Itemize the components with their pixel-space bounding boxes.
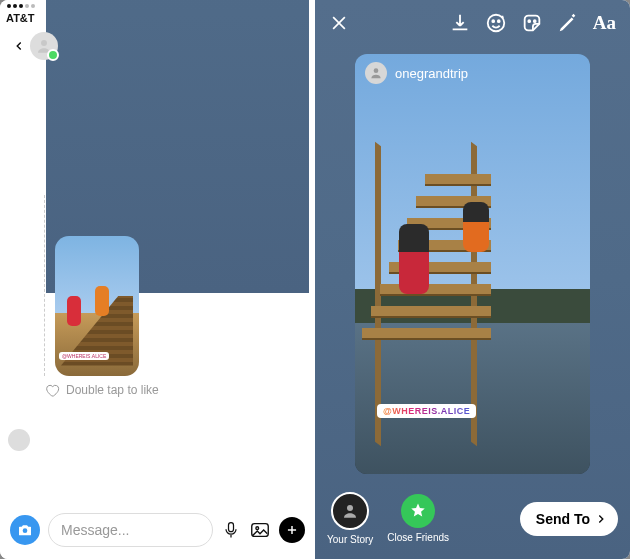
gallery-button[interactable] bbox=[249, 519, 271, 541]
camera-button[interactable] bbox=[10, 515, 40, 545]
svg-point-26 bbox=[534, 20, 536, 22]
back-button[interactable] bbox=[8, 36, 30, 56]
send-to-label: Send To bbox=[536, 511, 590, 527]
story-attribution[interactable]: onegrandtrip bbox=[365, 62, 468, 84]
svg-point-0 bbox=[7, 4, 11, 8]
story-canvas[interactable]: onegrandtrip @WHEREIS.ALICE bbox=[355, 54, 590, 474]
effects-icon[interactable] bbox=[485, 12, 507, 34]
like-hint-text: Double tap to like bbox=[66, 383, 159, 397]
svg-point-1 bbox=[13, 4, 17, 8]
svg-point-27 bbox=[374, 68, 379, 73]
chevron-right-icon bbox=[594, 512, 608, 526]
svg-point-28 bbox=[347, 505, 353, 511]
message-placeholder: Message... bbox=[61, 522, 129, 538]
svg-point-3 bbox=[25, 4, 29, 8]
message-input[interactable]: Message... bbox=[48, 513, 213, 547]
your-story-button[interactable]: Your Story bbox=[327, 492, 373, 545]
status-bar: AT&T 12:16 100% bbox=[0, 0, 315, 26]
your-story-label: Your Story bbox=[327, 534, 373, 545]
editor-toolbar: Aa bbox=[315, 0, 630, 46]
heart-icon bbox=[44, 382, 60, 398]
share-bar: Your Story Close Friends Send To bbox=[315, 482, 630, 559]
message-avatar[interactable] bbox=[8, 429, 30, 451]
svg-point-14 bbox=[23, 528, 28, 533]
save-icon[interactable] bbox=[449, 12, 471, 34]
plus-button[interactable] bbox=[279, 517, 305, 543]
story-thumbnail[interactable]: @WHEREIS.ALICE bbox=[55, 236, 139, 376]
svg-point-17 bbox=[256, 527, 259, 530]
svg-point-24 bbox=[498, 20, 500, 22]
header-avatar[interactable] bbox=[30, 32, 58, 60]
signal-carrier: AT&T bbox=[6, 1, 46, 25]
story-username: onegrandtrip bbox=[395, 66, 468, 81]
sticker-icon[interactable] bbox=[521, 12, 543, 34]
svg-point-2 bbox=[19, 4, 23, 8]
svg-point-23 bbox=[492, 20, 494, 22]
like-hint-row[interactable]: Double tap to like bbox=[16, 376, 299, 402]
close-friends-button[interactable]: Close Friends bbox=[387, 494, 449, 543]
message-input-bar: Message... bbox=[0, 505, 315, 559]
dm-screen: AT&T 12:16 100% onegrandtrip Active now bbox=[0, 0, 315, 559]
svg-point-25 bbox=[528, 20, 530, 22]
story-editor-screen: Aa onegrandtrip @WHERE bbox=[315, 0, 630, 559]
svg-point-9 bbox=[41, 40, 47, 46]
close-button[interactable] bbox=[329, 13, 349, 33]
thumb-mention-tag: @WHEREIS.ALICE bbox=[59, 352, 109, 360]
svg-rect-15 bbox=[229, 523, 234, 532]
draw-icon[interactable] bbox=[557, 12, 579, 34]
send-to-button[interactable]: Send To bbox=[520, 502, 618, 536]
svg-point-4 bbox=[31, 4, 35, 8]
mention-sticker[interactable]: @WHEREIS.ALICE bbox=[377, 404, 476, 418]
mic-button[interactable] bbox=[221, 519, 241, 541]
text-icon[interactable]: Aa bbox=[593, 12, 616, 34]
close-friends-label: Close Friends bbox=[387, 532, 449, 543]
